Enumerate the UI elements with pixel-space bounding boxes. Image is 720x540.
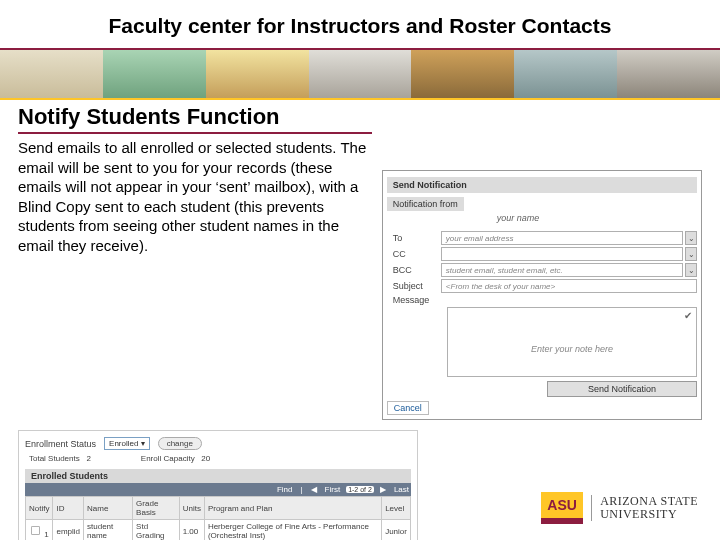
bcc-expand-icon[interactable]: ⌄ [685,263,697,277]
subject-input[interactable]: <From the desk of your name> [441,279,697,293]
roster-table: Notify ID Name Grade Basis Units Program… [25,496,411,540]
th-name: Name [84,497,133,520]
body-text: Send emails to all enrolled or selected … [18,138,372,255]
photo-banner [0,48,720,100]
table-row: 1 emplid student name Std Grading 1.00 H… [26,520,411,541]
pager-last-icon[interactable]: ▶ [378,485,388,494]
th-program: Program and Plan [204,497,381,520]
cc-expand-icon[interactable]: ⌄ [685,247,697,261]
enroll-capacity-label: Enroll Capacity [141,454,195,463]
send-notification-button[interactable]: Send Notification [547,381,697,397]
message-placeholder: Enter your note here [448,344,696,354]
cancel-button[interactable]: Cancel [387,401,429,415]
heading-underline [18,132,372,134]
asu-logo-text: ARIZONA STATE UNIVERSITY [591,495,698,520]
th-id: ID [53,497,84,520]
enrollment-status-label: Enrollment Status [25,439,96,449]
section-heading: Notify Students Function [18,104,372,130]
cell-name: student name [84,520,133,541]
cell-program: Herberger College of Fine Arts - Perform… [204,520,381,541]
pager-first-icon[interactable]: ◀ [309,485,319,494]
find-link[interactable]: Find [275,485,295,494]
panel-header: Send Notification [387,177,697,193]
bcc-label: BCC [387,265,441,275]
th-level: Level [382,497,411,520]
change-button[interactable]: change [158,437,202,450]
spellcheck-icon[interactable]: ✔ [684,310,692,321]
enroll-capacity-value: 20 [201,454,210,463]
bcc-input[interactable]: student email, student email, etc. [441,263,683,277]
to-label: To [387,233,441,243]
enrolled-students-bar: Enrolled Students [25,469,411,483]
message-textarea[interactable]: ✔ Enter your note here [447,307,697,377]
total-students-value: 2 [86,454,90,463]
from-label: Notification from [387,197,464,211]
cell-id: emplid [53,520,84,541]
asu-logo: ASU ARIZONA STATE UNIVERSITY [541,492,698,524]
to-input[interactable]: your email address [441,231,683,245]
subject-label: Subject [387,281,441,291]
message-label: Message [387,295,441,305]
to-expand-icon[interactable]: ⌄ [685,231,697,245]
last-link[interactable]: Last [392,485,411,494]
notify-checkbox[interactable] [31,525,40,534]
first-link[interactable]: First [323,485,343,494]
asu-logo-mark: ASU [541,492,583,524]
enrollment-status-select[interactable]: Enrolled ▾ [104,437,150,450]
total-students-label: Total Students [29,454,80,463]
cc-label: CC [387,249,441,259]
th-grade-basis: Grade Basis [133,497,180,520]
th-units: Units [179,497,204,520]
from-value: your name [387,211,697,229]
cell-level: Junior [382,520,411,541]
cc-input[interactable] [441,247,683,261]
th-notify: Notify [26,497,53,520]
page-title: Faculty center for Instructors and Roste… [0,0,720,48]
range-label: 1-2 of 2 [346,486,374,493]
cell-grade-basis: Std Grading [133,520,180,541]
pager: Find| ◀ First 1-2 of 2 ▶ Last [25,483,411,496]
roster-panel: Enrollment Status Enrolled ▾ change Tota… [18,430,418,540]
cell-units: 1.00 [179,520,204,541]
send-notification-panel: Send Notification Notification from your… [382,170,702,420]
